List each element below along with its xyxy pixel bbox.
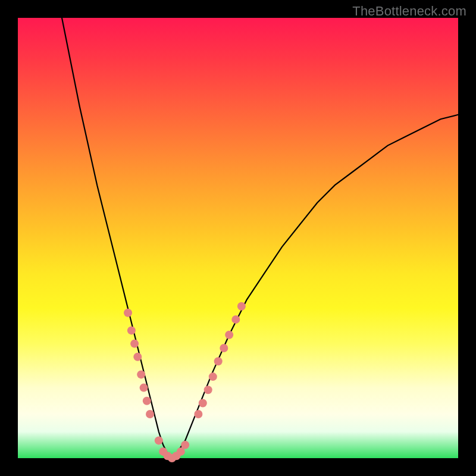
highlight-point bbox=[237, 302, 246, 311]
bottleneck-chart bbox=[18, 18, 458, 458]
highlight-point bbox=[204, 386, 212, 394]
highlight-point bbox=[231, 315, 240, 324]
highlight-point bbox=[155, 436, 163, 444]
highlight-point bbox=[194, 410, 202, 418]
highlight-point bbox=[130, 340, 139, 348]
highlight-point bbox=[220, 344, 228, 352]
highlight-markers bbox=[124, 302, 246, 462]
highlight-point bbox=[209, 372, 217, 381]
highlight-point bbox=[127, 326, 136, 334]
highlight-point bbox=[137, 370, 145, 378]
highlight-point bbox=[140, 384, 148, 392]
highlight-point bbox=[143, 397, 151, 405]
highlight-point bbox=[225, 331, 233, 339]
highlight-point bbox=[199, 399, 207, 408]
highlight-point bbox=[133, 353, 142, 361]
highlight-point bbox=[181, 441, 189, 449]
bottleneck-curve bbox=[62, 18, 458, 458]
highlight-point bbox=[146, 410, 154, 418]
watermark-text: TheBottleneck.com bbox=[352, 4, 466, 19]
highlight-point bbox=[214, 357, 223, 365]
highlight-point bbox=[124, 309, 132, 317]
